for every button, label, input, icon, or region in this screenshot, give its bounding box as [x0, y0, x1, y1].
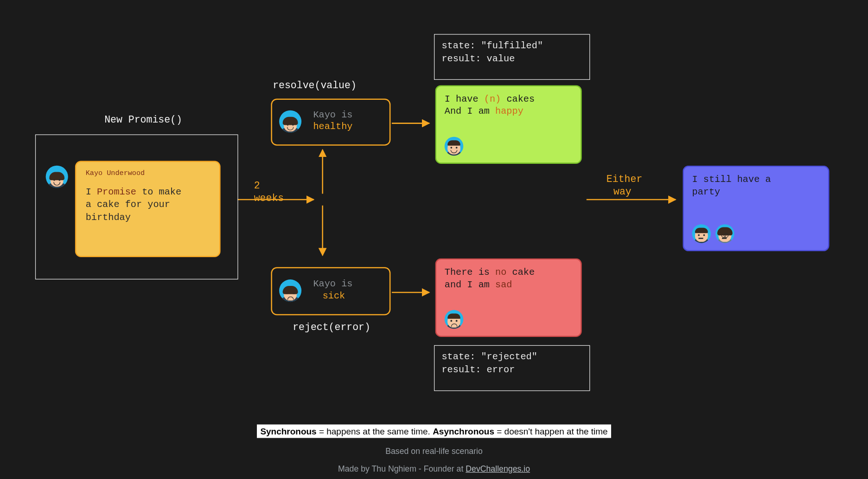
- footer: Synchronous = happens at the same time. …: [0, 424, 868, 473]
- green-note: I have (n) cakes And I am happy: [435, 85, 582, 163]
- fulfilled-state-box: state: "fulfilled" result: value: [434, 34, 590, 80]
- avatar-boy-sad: [445, 310, 463, 329]
- footer-based-on: Based on real-life scenario: [385, 446, 483, 455]
- healthy-text: Kayo is healthy: [313, 109, 352, 133]
- label-reject: reject(error): [293, 322, 370, 333]
- footer-made-by: Made by Thu Nghiem - Founder at DevChall…: [338, 464, 530, 473]
- blue-note-text: I still have a party: [692, 174, 820, 198]
- footer-definition: Synchronous = happens at the same time. …: [257, 424, 611, 438]
- label-either-way: Either way: [606, 173, 642, 198]
- green-note-text: I have (n) cakes And I am happy: [445, 93, 573, 118]
- promise-text: I Promise to make a cake for your birthd…: [86, 186, 181, 224]
- avatar-kayo-healthy: [279, 110, 301, 133]
- avatar-boy-happy: [445, 137, 463, 155]
- avatar-girl-party: [715, 224, 734, 243]
- healthy-box: Kayo is healthy: [271, 98, 390, 145]
- blue-note: I still have a party: [683, 166, 829, 252]
- rejected-state-box: state: "rejected" result: error: [434, 345, 590, 391]
- avatar-kayo-main: [46, 166, 68, 188]
- devchallenges-link[interactable]: DevChallenges.io: [466, 464, 530, 473]
- avatar-boy-party: [692, 224, 711, 243]
- label-resolve: resolve(value): [273, 80, 357, 91]
- red-note: There is no cake and I am sad: [435, 259, 582, 337]
- promise-card: Kayo Underwood I Promise to make a cake …: [75, 161, 221, 257]
- label-new-promise: New Promise(): [104, 115, 182, 126]
- red-note-text: There is no cake and I am sad: [445, 266, 573, 291]
- avatar-kayo-sick: [279, 279, 301, 302]
- label-two-weeks: 2 weeks: [254, 180, 284, 204]
- sick-text: Kayo is sick: [313, 278, 352, 302]
- promise-author: Kayo Underwood: [86, 169, 145, 177]
- sick-box: Kayo is sick: [271, 267, 390, 316]
